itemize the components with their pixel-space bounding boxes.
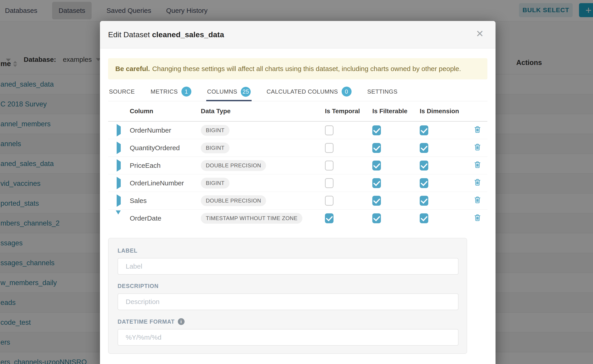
is-temporal-checkbox[interactable]: [325, 143, 334, 153]
warning-banner-text: Changing these settings will affect all …: [152, 65, 461, 73]
close-icon[interactable]: ✕: [476, 29, 484, 39]
column-name: Sales: [130, 197, 201, 205]
is-filterable-checkbox[interactable]: [372, 143, 381, 153]
column-row: SalesDOUBLE PRECISION: [108, 192, 488, 209]
delete-column-button[interactable]: [472, 160, 488, 171]
data-type-pill: TIMESTAMP WITHOUT TIME ZONE: [201, 213, 302, 224]
description-input[interactable]: [118, 293, 459, 310]
data-type-header: Data Type: [201, 108, 325, 115]
tab-count-badge: 1: [181, 87, 191, 97]
tab-settings[interactable]: SETTINGS: [366, 85, 398, 101]
edit-dataset-modal: Edit Dataset cleaned_sales_data ✕ Be car…: [100, 21, 495, 364]
expand-caret-icon[interactable]: [117, 124, 121, 136]
is-filterable-header: Is Filterable: [372, 108, 420, 115]
data-type-pill: DOUBLE PRECISION: [201, 160, 266, 171]
label-field-label: LABEL: [118, 247, 458, 254]
label-input[interactable]: [118, 258, 459, 275]
datetime-format-input[interactable]: [118, 329, 459, 346]
column-name: OrderLineNumber: [130, 179, 201, 187]
is-temporal-checkbox[interactable]: [325, 161, 334, 170]
info-icon[interactable]: i: [178, 318, 184, 325]
modal-dataset-name: cleaned_sales_data: [152, 30, 224, 39]
column-name: PriceEach: [130, 162, 201, 169]
is-dimension-checkbox[interactable]: [420, 178, 428, 188]
is-dimension-checkbox[interactable]: [420, 161, 428, 170]
warning-banner: Be careful. Changing these settings will…: [108, 58, 488, 79]
column-row: OrderDateTIMESTAMP WITHOUT TIME ZONE: [108, 209, 488, 227]
data-type-pill: BIGINT: [201, 178, 230, 188]
column-expanded-editor: LABEL DESCRIPTION DATETIME FORMAT i: [108, 238, 467, 354]
data-type-pill: BIGINT: [201, 125, 230, 136]
modal-header: Edit Dataset cleaned_sales_data ✕: [100, 21, 495, 48]
delete-column-button[interactable]: [472, 178, 488, 188]
modal-body: Be careful. Changing these settings will…: [100, 58, 495, 354]
trash-icon: [473, 178, 481, 187]
data-type-pill: BIGINT: [201, 143, 230, 153]
tab-calculated-columns[interactable]: CALCULATED COLUMNS0: [266, 85, 352, 101]
columns-table-header: Column Data Type Is Temporal Is Filterab…: [108, 101, 488, 122]
tab-columns[interactable]: COLUMNS25: [206, 85, 252, 101]
modal-tabs: SOURCEMETRICS1COLUMNS25CALCULATED COLUMN…: [108, 85, 488, 101]
tab-label: CALCULATED COLUMNS: [266, 88, 338, 95]
is-filterable-checkbox[interactable]: [372, 161, 381, 170]
delete-column-button[interactable]: [472, 195, 488, 206]
is-filterable-checkbox[interactable]: [372, 196, 381, 206]
trash-icon: [473, 213, 481, 222]
columns-table-body: OrderNumberBIGINTQuantityOrderedBIGINTPr…: [108, 122, 488, 227]
tab-label: SOURCE: [109, 88, 135, 95]
expand-caret-icon[interactable]: [117, 177, 121, 189]
is-dimension-checkbox[interactable]: [420, 196, 428, 206]
is-dimension-checkbox[interactable]: [420, 125, 428, 135]
warning-banner-bold: Be careful.: [115, 65, 150, 73]
column-name: QuantityOrdered: [130, 144, 201, 152]
data-type-pill: DOUBLE PRECISION: [201, 195, 266, 206]
is-dimension-checkbox[interactable]: [420, 143, 428, 153]
modal-title-prefix: Edit Dataset: [108, 30, 150, 39]
tab-label: METRICS: [151, 88, 178, 95]
is-temporal-checkbox[interactable]: [325, 196, 334, 206]
column-row: PriceEachDOUBLE PRECISION: [108, 157, 488, 174]
column-name: OrderDate: [130, 214, 201, 222]
is-filterable-checkbox[interactable]: [372, 125, 381, 135]
is-filterable-checkbox[interactable]: [372, 213, 381, 223]
collapse-caret-icon[interactable]: [116, 210, 121, 222]
is-temporal-checkbox[interactable]: [325, 213, 334, 223]
is-dimension-header: Is Dimension: [420, 108, 472, 115]
modal-title: Edit Dataset cleaned_sales_data: [108, 30, 224, 39]
is-temporal-checkbox[interactable]: [325, 125, 334, 135]
screen: DatabasesDatasetsSaved QueriesQuery Hist…: [0, 0, 593, 364]
delete-column-button[interactable]: [472, 213, 488, 224]
trash-icon: [473, 125, 481, 134]
tab-label: SETTINGS: [367, 88, 398, 95]
column-row: OrderLineNumberBIGINT: [108, 174, 488, 192]
tab-metrics[interactable]: METRICS1: [150, 85, 192, 101]
delete-column-button[interactable]: [472, 143, 488, 153]
is-filterable-checkbox[interactable]: [372, 178, 381, 188]
column-name: OrderNumber: [130, 127, 201, 134]
description-field-label: DESCRIPTION: [118, 283, 458, 289]
tab-label: COLUMNS: [207, 88, 237, 95]
trash-icon: [473, 143, 481, 152]
is-dimension-checkbox[interactable]: [420, 213, 428, 223]
tab-count-badge: 25: [241, 87, 251, 97]
datetime-format-field-label: DATETIME FORMAT i: [118, 318, 458, 325]
trash-icon: [473, 160, 481, 169]
tab-source[interactable]: SOURCE: [108, 85, 136, 101]
expand-caret-icon[interactable]: [117, 142, 121, 154]
column-header: Column: [130, 108, 201, 115]
is-temporal-header: Is Temporal: [325, 108, 372, 115]
expand-caret-icon[interactable]: [117, 159, 121, 172]
is-temporal-checkbox[interactable]: [325, 178, 334, 188]
tab-count-badge: 0: [342, 87, 352, 97]
column-row: OrderNumberBIGINT: [108, 122, 488, 139]
delete-column-button[interactable]: [472, 125, 488, 136]
column-row: QuantityOrderedBIGINT: [108, 139, 488, 157]
trash-icon: [473, 195, 481, 204]
expand-caret-icon[interactable]: [117, 195, 121, 207]
